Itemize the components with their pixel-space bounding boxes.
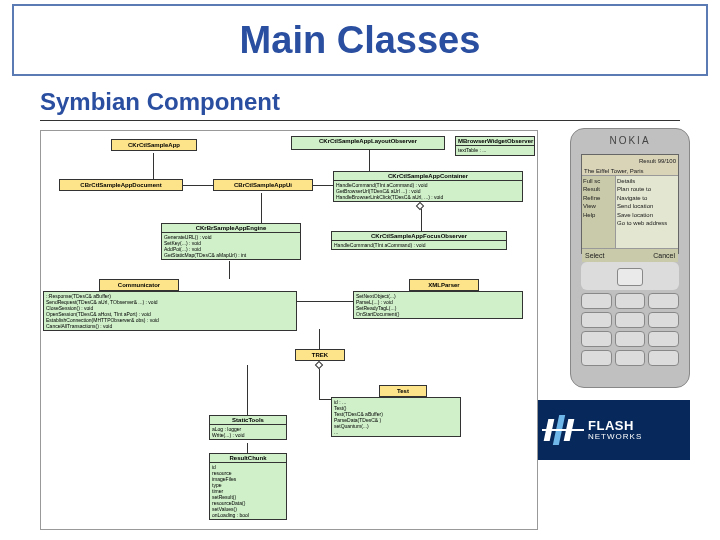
menu-item[interactable]: Save location — [617, 211, 677, 219]
menu-item[interactable]: Plan route to — [617, 185, 677, 193]
class-appui-name: CBrCtlSampleAppUi — [234, 182, 292, 188]
menu-item[interactable]: View — [583, 202, 614, 210]
menu-item[interactable]: Send location — [617, 202, 677, 210]
connector — [261, 193, 262, 223]
class-focus: CKrCtlSampleAppFocusObserver HandleComma… — [331, 231, 507, 250]
class-document-name: CBrCtlSampleAppDocument — [80, 182, 161, 188]
phone-left-menu: Full sc Result Refine View Help — [582, 176, 616, 248]
connector — [421, 207, 422, 231]
phone-key[interactable] — [615, 350, 646, 366]
aggregation-diamond — [416, 202, 424, 210]
phone-right-menu: Details Plan route to Navigate to Send l… — [616, 176, 678, 248]
test-title: Test — [379, 385, 427, 397]
class-trek-name: TREK — [312, 352, 328, 358]
connector — [319, 369, 320, 399]
connector — [183, 185, 213, 186]
connector — [319, 329, 320, 349]
connector — [229, 261, 230, 279]
class-statictools-body: aLog : logger Write(...) : void — [210, 425, 286, 439]
class-xmlparser: SetNextObject(...) ParseL(...) : void Se… — [353, 291, 523, 319]
menu-item[interactable]: Go to web address — [617, 219, 677, 227]
logo-text: FLASH NETWORKS — [588, 419, 642, 441]
phone-key[interactable] — [648, 293, 679, 309]
aggregation-diamond — [315, 361, 323, 369]
screen-caption: The Eiffel Tower, Paris — [582, 167, 678, 176]
class-communicator: ::Response(TDesC& aBuffer) SendRequest(T… — [43, 291, 297, 331]
section-subtitle: Symbian Component — [40, 88, 280, 116]
menu-item[interactable]: Full sc — [583, 177, 614, 185]
slide-title-box: Main Classes — [12, 4, 708, 76]
class-statictools-name: StaticTools — [210, 416, 286, 425]
menu-item[interactable]: Navigate to — [617, 194, 677, 202]
class-focus-name: CKrCtlSampleAppFocusObserver — [332, 232, 506, 241]
connector — [369, 150, 370, 172]
subtitle-underline — [40, 120, 680, 121]
class-widgetobserver-body: textTable : ... — [456, 146, 534, 154]
phone-mockup: NOKIA Result 99/100 The Eiffel Tower, Pa… — [570, 128, 690, 388]
class-appui: CBrCtlSampleAppUi — [213, 179, 313, 191]
phone-screen-statusbar: Result 99/100 — [582, 155, 678, 167]
connector — [319, 399, 331, 400]
status-right: Result 99/100 — [639, 158, 676, 164]
class-communicator-body: ::Response(TDesC& aBuffer) SendRequest(T… — [44, 292, 296, 330]
phone-softkeys: Select Cancel — [582, 248, 678, 262]
connector — [247, 443, 248, 453]
class-widgetobserver: MBrowserWidgetObserver textTable : ... — [455, 136, 535, 156]
phone-key[interactable] — [581, 331, 612, 347]
phone-key[interactable] — [581, 293, 612, 309]
menu-item[interactable]: Refine — [583, 194, 614, 202]
class-test: id : ... Test() Test(TDesC& aBuffer) Par… — [331, 397, 461, 437]
class-widgetobserver-name: MBrowserWidgetObserver — [456, 137, 534, 146]
phone-dpad[interactable] — [581, 262, 679, 290]
softkey-left[interactable]: Select — [585, 252, 604, 259]
class-trek: TREK — [295, 349, 345, 361]
class-container-name: CKrCtlSampleAppContainer — [334, 172, 522, 181]
connector — [121, 179, 153, 180]
slide-title: Main Classes — [240, 19, 481, 62]
class-layoutobserver-name: CKrCtlSampleAppLayoutObserver — [292, 137, 444, 145]
class-engine-name: CKrBrSampleAppEngine — [162, 224, 300, 233]
connector — [297, 301, 353, 302]
class-document: CBrCtlSampleAppDocument — [59, 179, 183, 191]
menu-item[interactable]: Help — [583, 211, 614, 219]
test-title-text: Test — [397, 388, 409, 394]
phone-key[interactable] — [615, 312, 646, 328]
class-container-body: HandleCommand(TInt aCommand) : void GetB… — [334, 181, 522, 201]
class-app: CKrCtlSampleApp — [111, 139, 197, 151]
class-engine: CKrBrSampleAppEngine GenerateURL() : voi… — [161, 223, 301, 260]
softkey-right[interactable]: Cancel — [653, 252, 675, 259]
phone-key[interactable] — [581, 350, 612, 366]
class-container: CKrCtlSampleAppContainer HandleCommand(T… — [333, 171, 523, 202]
communicator-title-text: Communicator — [118, 282, 160, 288]
phone-key[interactable] — [648, 331, 679, 347]
phone-key[interactable] — [615, 331, 646, 347]
class-statictools: StaticTools aLog : logger Write(...) : v… — [209, 415, 287, 440]
logo-line1: FLASH — [588, 419, 642, 433]
phone-key[interactable] — [581, 312, 612, 328]
connector — [153, 153, 154, 179]
class-app-name: CKrCtlSampleApp — [128, 142, 180, 148]
class-layoutobserver: CKrCtlSampleAppLayoutObserver — [291, 136, 445, 150]
phone-key[interactable] — [648, 350, 679, 366]
class-focus-body: HandleCommand(TInt aCommand) : void — [332, 241, 506, 249]
class-resultchunk-name: ResultChunk — [210, 454, 286, 463]
communicator-title: Communicator — [99, 279, 179, 291]
xmlparser-title-text: XMLParser — [428, 282, 459, 288]
phone-screen: Result 99/100 The Eiffel Tower, Paris Fu… — [581, 154, 679, 254]
xmlparser-title: XMLParser — [409, 279, 479, 291]
logo-mark-icon — [546, 413, 580, 447]
phone-key[interactable] — [648, 312, 679, 328]
uml-diagram: CKrCtlSampleApp CKrCtlSampleAppLayoutObs… — [40, 130, 538, 530]
class-resultchunk: ResultChunk id resource imageFiles type … — [209, 453, 287, 520]
menu-item[interactable]: Result — [583, 185, 614, 193]
logo-line2: NETWORKS — [588, 433, 642, 441]
connector — [247, 365, 248, 415]
flash-networks-logo: FLASH NETWORKS — [538, 400, 690, 460]
menu-item[interactable]: Details — [617, 177, 677, 185]
class-test-body: id : ... Test() Test(TDesC& aBuffer) Par… — [332, 398, 460, 436]
class-resultchunk-body: id resource imageFiles type timer setRes… — [210, 463, 286, 519]
class-xmlparser-body: SetNextObject(...) ParseL(...) : void Se… — [354, 292, 522, 318]
class-engine-body: GenerateURL() : void SetKey(...) : void … — [162, 233, 300, 259]
phone-keypad — [581, 262, 679, 382]
phone-key[interactable] — [615, 293, 646, 309]
